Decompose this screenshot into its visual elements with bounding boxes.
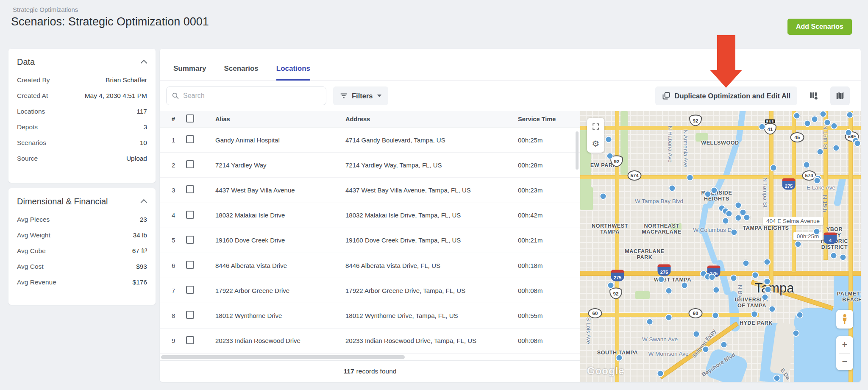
fullscreen-icon[interactable] (592, 123, 600, 131)
column-service-time[interactable]: Service Time (518, 116, 580, 123)
location-dot[interactable] (616, 354, 623, 362)
location-dot[interactable] (657, 370, 664, 377)
location-dot[interactable] (712, 312, 719, 319)
row-checkbox[interactable] (186, 135, 194, 143)
location-dot[interactable] (735, 214, 742, 222)
location-dot[interactable] (773, 375, 781, 382)
location-dot[interactable] (665, 287, 673, 295)
location-dot[interactable] (804, 120, 811, 127)
table-row[interactable]: 34437 West Bay Villa Avenue4437 West Bay… (160, 178, 580, 203)
location-dot[interactable] (764, 278, 771, 285)
map[interactable]: WELLSWOODEW PARKNORTHWEST TAMPANORTHEAST… (580, 111, 861, 382)
collapse-chevron-icon[interactable] (141, 60, 147, 67)
location-dot[interactable] (711, 187, 718, 194)
location-dot[interactable] (833, 145, 840, 152)
location-dot[interactable] (803, 162, 810, 169)
row-checkbox[interactable] (186, 236, 194, 244)
table-row[interactable]: 920233 Indian Rosewood Drive20233 Indian… (160, 329, 580, 354)
collapse-chevron-icon[interactable] (141, 199, 147, 206)
location-dot[interactable] (765, 286, 772, 293)
row-checkbox[interactable] (186, 336, 194, 344)
location-dot[interactable] (814, 177, 821, 184)
location-dot[interactable] (731, 229, 738, 236)
location-dot[interactable] (796, 312, 804, 319)
location-dot[interactable] (743, 214, 751, 221)
tab-summary[interactable]: Summary (173, 64, 206, 81)
location-dot[interactable] (770, 164, 777, 172)
duplicate-optimization-button[interactable]: Duplicate Optimization and Edit All (655, 86, 797, 105)
location-dot[interactable] (721, 341, 728, 348)
select-all-checkbox[interactable] (186, 114, 194, 123)
search-box[interactable] (166, 86, 326, 105)
location-dot[interactable] (709, 274, 716, 281)
row-checkbox[interactable] (186, 311, 194, 319)
table-row[interactable]: 418032 Malakai Isle Drive18032 Malakai I… (160, 203, 580, 228)
table-row[interactable]: 717922 Arbor Greene Drive17922 Arbor Gre… (160, 278, 580, 303)
add-scenarios-button[interactable]: Add Scenarios (787, 19, 852, 35)
column-num[interactable]: # (172, 116, 186, 123)
location-dot[interactable] (722, 217, 729, 225)
location-dot[interactable] (646, 318, 654, 326)
location-dot[interactable] (831, 123, 838, 130)
location-dot[interactable] (793, 112, 801, 120)
location-dot[interactable] (735, 202, 742, 209)
location-dot[interactable] (817, 148, 824, 156)
location-dot[interactable] (669, 185, 676, 192)
location-dot[interactable] (762, 294, 769, 301)
location-dot[interactable] (687, 174, 694, 181)
table-row[interactable]: 818012 Wynthorne Drive18012 Wynthorne Dr… (160, 303, 580, 328)
location-dot[interactable] (693, 331, 700, 338)
location-dot[interactable] (764, 259, 771, 266)
location-dot[interactable] (600, 193, 607, 200)
filters-button[interactable]: Filters (333, 86, 388, 105)
table-row[interactable]: 519160 Dove Creek Drive19160 Dove Creek … (160, 228, 580, 253)
zoom-out-button[interactable]: − (836, 354, 853, 370)
horizontal-scrollbar-thumb[interactable] (161, 355, 405, 359)
table-row[interactable]: 1Gandy Animal Hospital4714 Gandy Bouleva… (160, 128, 580, 153)
location-dot[interactable] (607, 282, 615, 289)
zoom-in-button[interactable]: + (836, 336, 853, 353)
location-dot[interactable] (824, 119, 831, 126)
column-alias[interactable]: Alias (215, 116, 345, 123)
location-dot[interactable] (681, 282, 688, 289)
pegman-control[interactable] (836, 310, 853, 329)
breadcrumb[interactable]: Strategic Optimizations (13, 6, 78, 13)
column-address[interactable]: Address (345, 116, 518, 123)
map-toggle-button[interactable] (830, 86, 850, 105)
vertical-scrollbar-thumb[interactable] (576, 131, 579, 170)
location-dot[interactable] (606, 153, 614, 160)
location-dot[interactable] (730, 275, 737, 282)
location-dot[interactable] (854, 140, 861, 147)
tab-locations[interactable]: Locations (276, 64, 310, 81)
location-dot[interactable] (795, 241, 802, 248)
search-input[interactable] (183, 92, 321, 100)
row-checkbox[interactable] (186, 211, 194, 219)
location-dot[interactable] (665, 314, 673, 321)
location-dot[interactable] (845, 129, 852, 136)
row-checkbox[interactable] (186, 286, 194, 294)
tab-scenarios[interactable]: Scenarios (224, 64, 258, 81)
location-dot[interactable] (793, 330, 800, 337)
row-checkbox[interactable] (186, 160, 194, 168)
gear-icon[interactable]: ⚙ (592, 139, 600, 148)
table-row[interactable]: 68446 Alberata Vista Drive8446 Alberata … (160, 253, 580, 278)
location-dot[interactable] (658, 276, 665, 283)
location-dot[interactable] (846, 111, 854, 119)
table-row[interactable]: 27214 Yardley Way7214 Yardley Way, Tampa… (160, 153, 580, 178)
location-dot[interactable] (702, 346, 709, 353)
location-dot[interactable] (751, 311, 758, 318)
location-dot[interactable] (769, 306, 776, 313)
location-dot[interactable] (759, 123, 766, 131)
location-dot[interactable] (811, 116, 818, 123)
location-dot[interactable] (840, 254, 847, 261)
columns-settings-button[interactable] (804, 86, 823, 105)
location-dot[interactable] (813, 228, 821, 235)
location-dot[interactable] (743, 260, 750, 267)
location-dot[interactable] (752, 272, 759, 279)
location-dot[interactable] (830, 252, 837, 259)
row-checkbox[interactable] (186, 185, 194, 193)
location-dot[interactable] (713, 287, 720, 294)
row-checkbox[interactable] (186, 261, 194, 269)
location-dot[interactable] (605, 136, 612, 143)
location-dot[interactable] (704, 191, 712, 198)
